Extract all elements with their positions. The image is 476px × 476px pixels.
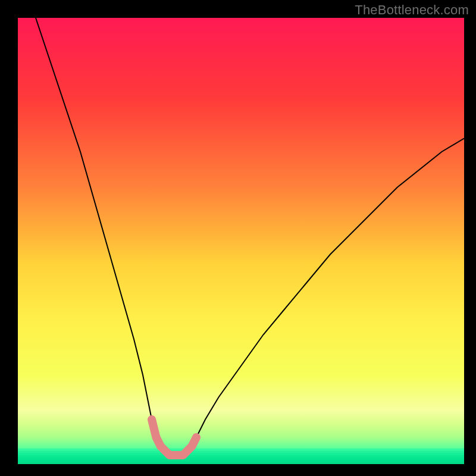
bottleneck-chart <box>0 0 476 476</box>
svg-rect-1 <box>18 449 464 451</box>
chart-frame: TheBottleneck.com <box>0 0 476 476</box>
svg-rect-3 <box>18 453 464 455</box>
svg-rect-7 <box>18 462 464 464</box>
svg-rect-6 <box>18 460 464 462</box>
svg-rect-5 <box>18 458 464 460</box>
green-band <box>18 449 464 465</box>
plot-area <box>18 18 464 465</box>
svg-rect-4 <box>18 455 464 458</box>
svg-rect-2 <box>18 451 464 453</box>
attribution-text: TheBottleneck.com <box>355 2 469 18</box>
gradient-background <box>18 18 464 464</box>
